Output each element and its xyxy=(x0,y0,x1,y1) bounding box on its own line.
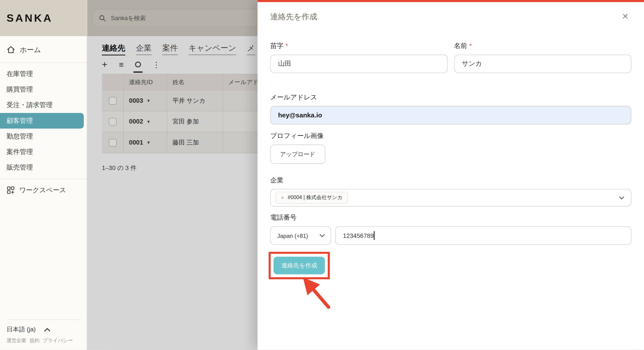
label-text: 苗字 xyxy=(270,42,284,49)
legal-links: 運営企業 規約 プライバシー xyxy=(6,337,80,344)
sidebar-item-label: 受注・請求管理 xyxy=(6,101,52,109)
link-privacy[interactable]: プライバシー xyxy=(43,337,73,344)
company-chip: × #0004 | 株式会社サンカ xyxy=(276,192,348,204)
required-asterisk: * xyxy=(286,42,288,49)
sidebar-item-label: 勤怠管理 xyxy=(6,132,33,140)
home-icon xyxy=(6,46,15,54)
sidebar-item-home[interactable]: ホーム xyxy=(0,40,87,59)
company-field: 企業 × #0004 | 株式会社サンカ xyxy=(270,176,631,206)
email-field: メールアドレス xyxy=(270,93,631,124)
language-switcher[interactable]: 日本語 (ja) xyxy=(6,326,80,334)
sidebar-item-sales[interactable]: 販売管理 xyxy=(0,160,87,175)
language-label: 日本語 (ja) xyxy=(6,326,36,334)
chevron-down-icon xyxy=(619,196,624,199)
sanka-logo[interactable]: SANKA xyxy=(6,12,53,24)
sidebar-item-label: 案件管理 xyxy=(6,148,33,156)
first-name-field: 名前* xyxy=(454,42,631,73)
company-label: 企業 xyxy=(270,176,631,185)
annotation-highlight-box: 連絡先を作成 xyxy=(268,252,330,279)
sidebar-item-label: 購買管理 xyxy=(6,85,33,94)
required-asterisk: * xyxy=(469,42,472,49)
sidebar-item-customers[interactable]: 顧客管理 xyxy=(0,113,84,128)
sidebar-footer: 日本語 (ja) 運営企業 規約 プライバシー xyxy=(0,314,87,350)
link-terms[interactable]: 規約 xyxy=(30,337,40,344)
logo-block: SANKA xyxy=(0,0,87,36)
sidebar-item-label: ワークスペース xyxy=(19,186,66,194)
email-input[interactable] xyxy=(270,106,631,124)
phone-input-wrap xyxy=(335,226,631,245)
phone-field: 電話番号 Japan (+81) xyxy=(270,214,631,245)
sidebar-item-projects[interactable]: 案件管理 xyxy=(0,144,87,160)
phone-number-input[interactable] xyxy=(335,226,631,245)
create-contact-button[interactable]: 連絡先を作成 xyxy=(274,257,325,274)
sidebar-item-label: ホーム xyxy=(20,45,41,54)
text-cursor xyxy=(374,231,374,240)
sidebar-item-label: 在庫管理 xyxy=(6,70,33,78)
company-select[interactable]: × #0004 | 株式会社サンカ xyxy=(270,189,631,207)
divider xyxy=(0,62,87,63)
drawer-header: 連絡先を作成 × xyxy=(258,0,644,22)
sidebar-item-label: 顧客管理 xyxy=(6,116,33,125)
chevron-up-icon xyxy=(44,328,50,332)
country-code-label: Japan (+81) xyxy=(277,232,308,239)
create-contact-drawer: 連絡先を作成 × 苗字* 名前* メールアドレス xyxy=(258,0,644,350)
sidebar-item-attendance[interactable]: 勤怠管理 xyxy=(0,128,87,144)
email-label: メールアドレス xyxy=(270,93,631,102)
sidebar-nav: ホーム 在庫管理 購買管理 受注・請求管理 顧客管理 勤怠管理 案件管理 販売 xyxy=(0,36,87,198)
phone-label: 電話番号 xyxy=(270,214,631,222)
sidebar-item-purchasing[interactable]: 購買管理 xyxy=(0,82,87,97)
sidebar-item-label: 販売管理 xyxy=(6,163,33,172)
remove-icon[interactable]: × xyxy=(281,195,284,200)
sidebar-item-workspace[interactable]: ワークスペース xyxy=(0,182,87,198)
sidebar-item-inventory[interactable]: 在庫管理 xyxy=(0,66,87,82)
phone-country-select[interactable]: Japan (+81) xyxy=(270,226,331,245)
sidebar: SANKA ホーム 在庫管理 購買管理 受注・請求管理 顧客管理 xyxy=(0,0,87,350)
first-name-input[interactable] xyxy=(454,54,631,73)
label-text: 名前 xyxy=(454,42,467,49)
divider xyxy=(6,320,80,320)
divider xyxy=(0,179,87,179)
company-chip-label: #0004 | 株式会社サンカ xyxy=(288,194,342,201)
upload-button[interactable]: アップロード xyxy=(270,144,325,164)
create-contact-form: 苗字* 名前* メールアドレス プロフィール画像 アップロード xyxy=(270,42,631,279)
sidebar-item-orders-billing[interactable]: 受注・請求管理 xyxy=(0,97,87,113)
first-name-label: 名前* xyxy=(454,42,631,50)
chevron-down-icon xyxy=(320,234,325,237)
close-icon[interactable]: × xyxy=(620,10,631,22)
last-name-field: 苗字* xyxy=(270,42,448,73)
profile-image-field: プロフィール画像 アップロード xyxy=(270,132,631,164)
last-name-label: 苗字* xyxy=(270,42,448,50)
drawer-title: 連絡先を作成 xyxy=(270,12,318,21)
workspace-icon xyxy=(6,186,15,194)
profile-image-label: プロフィール画像 xyxy=(270,132,631,140)
last-name-input[interactable] xyxy=(270,54,448,73)
link-company[interactable]: 運営企業 xyxy=(6,337,26,344)
app-viewport: 連絡先 企業 案件 キャンペーン メ + ≡ ⋮ 連絡先ID 姓名 メールアドレ… xyxy=(0,0,644,350)
